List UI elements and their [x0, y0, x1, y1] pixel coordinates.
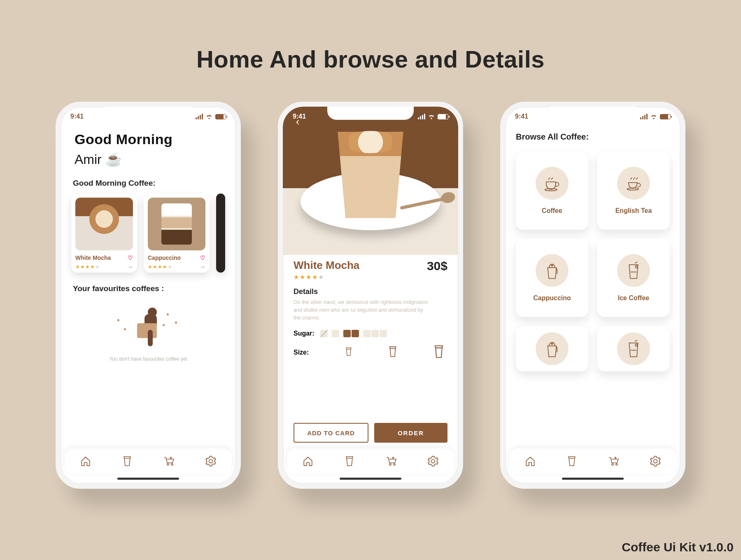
tab-coffee[interactable] [563, 452, 581, 470]
sugar-option-2-selected[interactable] [343, 330, 359, 337]
category-card-ice-coffee[interactable]: Ice Coffee [597, 239, 670, 317]
battery-icon [215, 114, 226, 119]
rating-stars: ★★★★★ [294, 273, 359, 281]
greeting-line1: Good Morning [75, 131, 225, 147]
greeting-line2: Amir ☕ [75, 152, 225, 167]
sugar-option-none[interactable] [320, 330, 328, 337]
product-hero-image [283, 107, 458, 255]
arrow-right-icon[interactable]: → [200, 264, 205, 270]
tab-settings[interactable] [646, 452, 664, 470]
coffee-thumb [148, 198, 205, 250]
size-row: Size: [294, 345, 447, 360]
category-card[interactable] [597, 326, 670, 371]
sugar-option-3[interactable] [363, 330, 387, 337]
category-card-english-tea[interactable]: English Tea [597, 152, 670, 230]
cappuccino-icon [536, 254, 569, 287]
section-fav-label: Your favourites coffees : [73, 284, 225, 293]
home-indicator [117, 478, 179, 480]
coffee-name: Cappuccino [148, 254, 181, 261]
tab-cart[interactable] [382, 452, 401, 470]
cappuccino-icon [536, 332, 569, 365]
status-icons [640, 114, 671, 119]
morning-cards-row: White Mocha ♡ ★★★★★ → Cappuccino ♡ [71, 194, 225, 273]
tab-bar [287, 448, 454, 474]
coffee-card-peek[interactable] [216, 194, 225, 273]
size-medium-icon[interactable] [388, 346, 397, 359]
signal-icon [418, 114, 425, 119]
svg-point-3 [635, 266, 637, 268]
empty-illustration [130, 305, 167, 350]
page-title: Home And browse and Details [0, 0, 741, 73]
heart-icon[interactable]: ♡ [200, 254, 205, 261]
category-card[interactable] [516, 326, 588, 371]
size-small-icon[interactable] [345, 347, 352, 358]
coffee-card[interactable]: Cappuccino ♡ ★★★★★ → [144, 194, 210, 273]
svg-point-1 [627, 188, 638, 190]
tab-coffee[interactable] [340, 452, 359, 470]
tab-bar [65, 448, 232, 474]
status-time: 9:41 [515, 113, 528, 120]
tab-cart[interactable] [160, 452, 178, 470]
add-to-cart-button[interactable]: ADD TO CARD [294, 423, 368, 443]
coffee-cup-icon [536, 167, 569, 200]
signal-icon [196, 114, 203, 119]
tab-coffee[interactable] [118, 452, 136, 470]
ice-coffee-icon [617, 332, 650, 365]
category-label: Coffee [542, 207, 562, 215]
coffee-name: White Mocha [75, 254, 111, 261]
tab-home[interactable] [521, 452, 539, 470]
tab-home[interactable] [299, 452, 317, 470]
phone-detail: 9:41 ‹ White Mocha ★★★★★ 30$ Details On … [278, 102, 463, 489]
order-button[interactable]: ORDER [374, 423, 447, 443]
battery-icon [438, 114, 448, 119]
category-card-cappuccino[interactable]: Cappuccino [516, 239, 588, 317]
sugar-option-1[interactable] [332, 330, 339, 337]
detail-body: White Mocha ★★★★★ 30$ Details On the oth… [294, 259, 447, 443]
product-description: On the other hand, we denounce with righ… [294, 299, 429, 322]
status-bar: 9:41 [70, 111, 226, 122]
cta-row: ADD TO CARD ORDER [294, 423, 447, 443]
sugar-row: Sugar: [294, 330, 447, 337]
category-label: English Tea [615, 207, 652, 215]
browse-screen: Browse All Coffee: Coffee English Tea [505, 107, 680, 484]
category-card-coffee[interactable]: Coffee [516, 152, 588, 230]
svg-point-5 [635, 344, 637, 346]
status-icons [418, 114, 448, 119]
status-icons [196, 114, 226, 119]
heart-icon[interactable]: ♡ [128, 254, 133, 261]
categories-grid: Coffee English Tea Cappuccino [516, 152, 670, 371]
status-bar: 9:41 [515, 111, 671, 122]
svg-point-4 [551, 343, 553, 345]
tab-settings[interactable] [424, 452, 442, 470]
product-title: White Mocha [294, 259, 359, 272]
kit-version-label: Coffee Ui Kit v1.0.0 [622, 540, 734, 554]
home-screen: Good Morning Amir ☕ Good Morning Coffee:… [61, 107, 236, 484]
category-label: Ice Coffee [618, 294, 649, 302]
tab-settings[interactable] [202, 452, 220, 470]
coffee-card[interactable]: White Mocha ♡ ★★★★★ → [71, 194, 137, 273]
signal-icon [640, 114, 648, 119]
arrow-right-icon[interactable]: → [127, 264, 133, 270]
home-indicator [340, 478, 401, 480]
wifi-icon [428, 114, 435, 119]
wifi-icon [650, 114, 657, 119]
size-large-icon[interactable] [433, 345, 444, 360]
svg-point-2 [551, 265, 553, 266]
tab-home[interactable] [77, 452, 95, 470]
tab-bar [509, 448, 676, 474]
tea-cup-icon [617, 167, 650, 200]
status-bar: 9:41 [293, 111, 448, 122]
coffee-thumb [75, 198, 133, 250]
favourites-empty-caption: You don't have favourites coffee yet [109, 356, 187, 362]
details-heading: Details [294, 287, 447, 296]
section-morning-label: Good Morning Coffee: [73, 179, 225, 188]
tab-cart[interactable] [605, 452, 623, 470]
home-indicator [562, 478, 624, 480]
phone-browse: 9:41 Browse All Coffee: Coffee [500, 102, 685, 489]
phones-stage: 9:41 Good Morning Amir ☕ Good Morning Co… [0, 102, 741, 489]
sugar-label: Sugar: [294, 330, 315, 337]
back-button[interactable]: ‹ [290, 114, 305, 129]
product-price: 30$ [427, 259, 447, 273]
wifi-icon [205, 114, 213, 119]
battery-icon [660, 114, 671, 119]
